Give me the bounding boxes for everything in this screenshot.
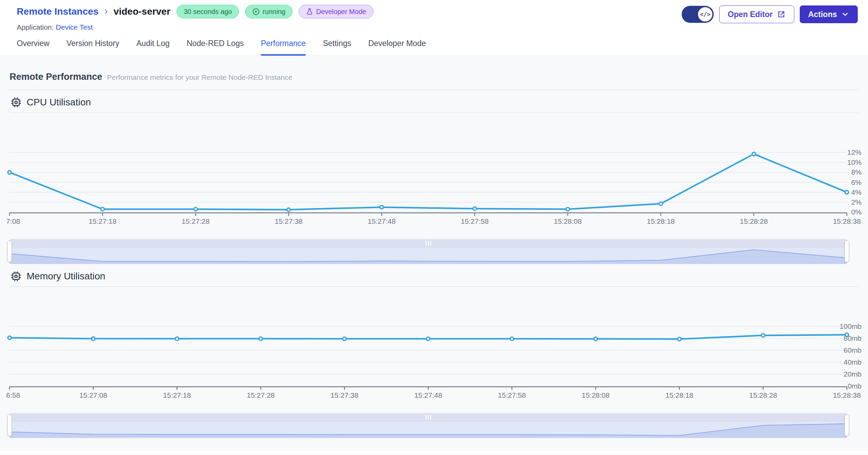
breadcrumb-parent-link[interactable]: Remote Instances	[17, 6, 99, 17]
developer-mode-badge-label: Developer Mode	[316, 8, 366, 16]
svg-text:15:27:08: 15:27:08	[79, 391, 107, 399]
header-left: Remote Instances video-server 30 seconds…	[17, 5, 373, 31]
chevron-right-icon	[103, 8, 110, 15]
actions-label: Actions	[808, 10, 837, 19]
cpu-brush-grip-handle[interactable]	[425, 241, 431, 246]
divider	[10, 287, 858, 287]
memory-brush-left-handle[interactable]	[7, 414, 12, 436]
code-icon: </>	[698, 7, 712, 21]
tab-version-history[interactable]: Version History	[67, 39, 119, 56]
chevron-down-icon	[841, 10, 849, 18]
application-row: Application:Device Test	[17, 23, 373, 31]
svg-text:6%: 6%	[851, 178, 862, 186]
svg-text:100mb: 100mb	[840, 322, 862, 330]
tab-overview[interactable]: Overview	[17, 39, 49, 56]
breadcrumb: Remote Instances video-server 30 seconds…	[17, 5, 373, 18]
cpu-section-label: CPU Utilisation	[27, 97, 91, 108]
external-link-icon	[777, 10, 786, 19]
svg-text:0mb: 0mb	[848, 382, 862, 390]
svg-text:15:28:28: 15:28:28	[749, 391, 777, 399]
memory-chip-icon	[11, 271, 21, 281]
cpu-section-title: CPU Utilisation	[11, 97, 858, 108]
tab-bar: Overview Version History Audit Log Node-…	[0, 31, 868, 56]
svg-text:15:28:18: 15:28:18	[647, 217, 675, 225]
memory-brush-minimap	[10, 421, 847, 438]
page-title: Remote Performance	[10, 72, 102, 82]
memory-range-brush[interactable]	[10, 413, 847, 438]
instance-name: video-server	[114, 6, 171, 17]
cpu-brush-left-handle[interactable]	[7, 240, 12, 262]
play-circle-icon	[252, 8, 260, 15]
memory-section: Memory Utilisation 6:5815:27:0815:27:181…	[10, 271, 858, 438]
cpu-utilisation-chart: 7:0815:27:1815:27:2815:27:3815:27:4815:2…	[10, 125, 862, 228]
cpu-section: CPU Utilisation 7:0815:27:1815:27:2815:2…	[10, 97, 858, 264]
performance-panel: Remote Performance Performance metrics f…	[0, 56, 868, 451]
svg-text:6:58: 6:58	[6, 391, 20, 399]
svg-text:15:27:38: 15:27:38	[330, 391, 358, 399]
memory-brush-grip-handle[interactable]	[425, 415, 431, 420]
svg-text:15:27:58: 15:27:58	[461, 217, 489, 225]
tab-settings[interactable]: Settings	[323, 39, 351, 56]
divider	[10, 113, 858, 113]
page-subtitle: Performance metrics for your Remote Node…	[107, 73, 293, 82]
memory-section-title: Memory Utilisation	[11, 271, 858, 282]
developer-mode-toggle[interactable]: </>	[682, 6, 714, 23]
memory-utilisation-chart: 6:5815:27:0815:27:1815:27:2815:27:3815:2…	[10, 299, 862, 401]
cpu-chip-icon	[11, 97, 21, 107]
last-seen-badge: 30 seconds ago	[176, 5, 239, 18]
tab-performance[interactable]: Performance	[261, 39, 306, 56]
tab-audit-log[interactable]: Audit Log	[137, 39, 170, 56]
cpu-brush-minimap	[10, 247, 847, 264]
svg-text:15:28:08: 15:28:08	[554, 217, 582, 225]
svg-text:12%: 12%	[847, 148, 862, 156]
application-link[interactable]: Device Test	[56, 23, 93, 31]
memory-brush-right-handle[interactable]	[844, 414, 849, 436]
svg-text:15:28:38: 15:28:38	[833, 217, 861, 225]
svg-text:15:28:38: 15:28:38	[833, 391, 861, 399]
svg-text:15:28:28: 15:28:28	[740, 217, 768, 225]
svg-text:0%: 0%	[851, 208, 862, 216]
svg-text:15:27:18: 15:27:18	[89, 217, 117, 225]
open-editor-label: Open Editor	[728, 10, 773, 19]
app-root: Remote Instances video-server 30 seconds…	[0, 0, 868, 451]
flask-icon	[306, 8, 313, 15]
svg-text:10%: 10%	[847, 158, 862, 166]
svg-text:15:27:18: 15:27:18	[163, 391, 191, 399]
svg-text:15:27:38: 15:27:38	[275, 217, 303, 225]
page-header: Remote Performance Performance metrics f…	[10, 56, 858, 90]
cpu-brush-right-handle[interactable]	[844, 240, 849, 262]
tab-developer-mode[interactable]: Developer Mode	[368, 39, 426, 56]
svg-text:15:28:18: 15:28:18	[666, 391, 694, 399]
status-badge-label: running	[262, 8, 285, 16]
svg-text:15:27:48: 15:27:48	[368, 217, 396, 225]
header: Remote Instances video-server 30 seconds…	[0, 0, 868, 31]
svg-text:2%: 2%	[851, 198, 862, 206]
actions-button[interactable]: Actions	[800, 5, 858, 23]
svg-text:4%: 4%	[851, 188, 862, 196]
svg-text:40mb: 40mb	[843, 358, 862, 366]
memory-section-label: Memory Utilisation	[27, 271, 105, 282]
svg-text:20mb: 20mb	[843, 370, 862, 378]
cpu-range-brush[interactable]	[10, 239, 847, 264]
tab-node-red-logs[interactable]: Node-RED Logs	[187, 39, 244, 56]
svg-text:60mb: 60mb	[843, 346, 862, 354]
svg-text:15:28:08: 15:28:08	[582, 391, 610, 399]
svg-text:8%: 8%	[851, 168, 862, 176]
svg-text:7:08: 7:08	[6, 217, 20, 225]
header-actions: </> Open Editor Actions	[682, 5, 858, 23]
status-badge: running	[245, 5, 293, 18]
svg-text:15:27:48: 15:27:48	[414, 391, 442, 399]
developer-mode-badge[interactable]: Developer Mode	[299, 5, 373, 18]
application-label: Application:	[17, 23, 54, 31]
svg-text:15:27:28: 15:27:28	[247, 391, 275, 399]
svg-text:15:27:58: 15:27:58	[498, 391, 526, 399]
svg-text:15:27:28: 15:27:28	[182, 217, 210, 225]
open-editor-button[interactable]: Open Editor	[719, 5, 794, 23]
